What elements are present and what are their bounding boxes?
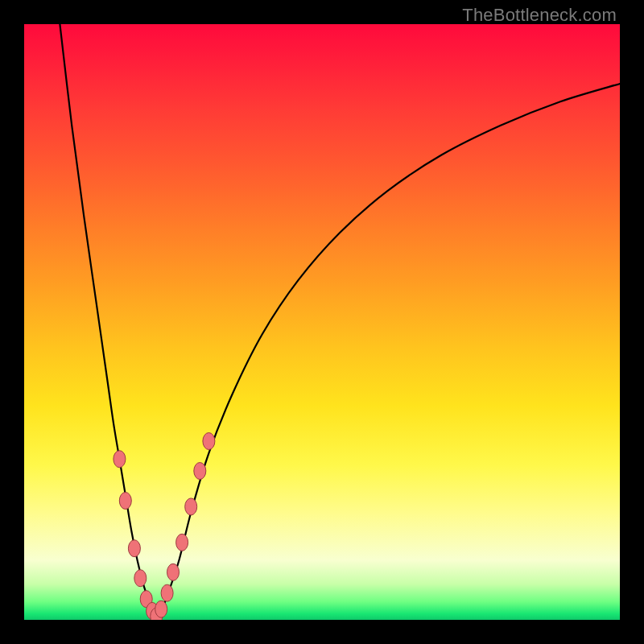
bead-point <box>203 433 215 450</box>
bead-point <box>185 498 197 515</box>
bead-point <box>119 493 131 510</box>
chart-frame: TheBottleneck.com <box>0 0 644 644</box>
bead-point <box>114 451 126 468</box>
bead-point <box>176 534 188 551</box>
data-beads <box>24 24 620 620</box>
bead-point <box>194 463 206 480</box>
plot-area <box>24 24 620 620</box>
bead-point <box>128 540 140 557</box>
bead-point <box>155 601 167 617</box>
bead-point <box>134 570 147 587</box>
watermark-text: TheBottleneck.com <box>462 5 617 26</box>
bead-point <box>161 584 173 601</box>
bead-point <box>167 564 180 580</box>
